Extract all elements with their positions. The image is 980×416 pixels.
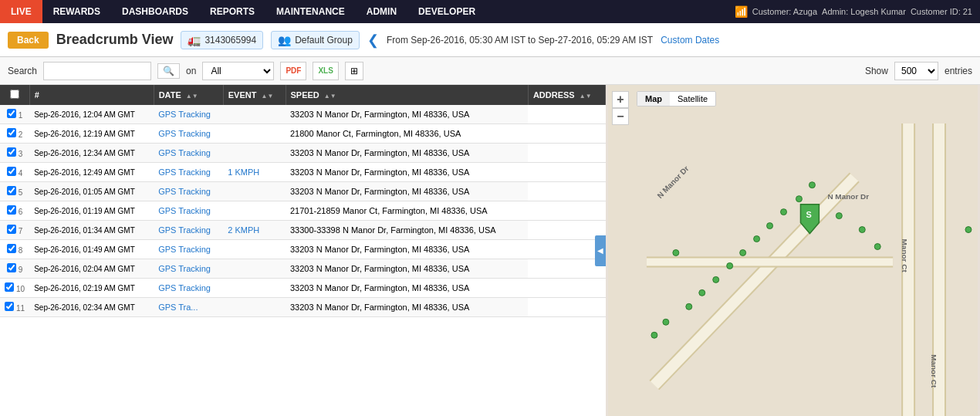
svg-point-22 (686, 303, 692, 309)
row-event: GPS Tracking (154, 182, 223, 201)
entries-label: entries (945, 66, 972, 76)
row-number: 9 (19, 265, 23, 274)
map-type-satellite[interactable]: Satellite (670, 92, 715, 106)
row-date: Sep-26-2016, 01:19 AM GMT (29, 201, 154, 221)
row-checkbox[interactable] (7, 128, 16, 137)
zoom-in-button[interactable]: + (612, 91, 629, 108)
admin-name: Admin: Logesh Kumar (822, 7, 906, 16)
row-checkbox[interactable] (7, 147, 16, 157)
map-svg: N Manor Dr N Manor Dr Manor Ct Manor Ct (606, 85, 980, 416)
on-select[interactable]: All DATE EVENT SPEED ADDRESS (202, 62, 274, 80)
row-checkbox[interactable] (7, 225, 16, 234)
row-date: Sep-26-2016, 12:04 AM GMT (29, 105, 154, 124)
header-date-col[interactable]: DATE ▲▼ (154, 85, 223, 105)
table-row: 9 Sep-26-2016, 02:04 AM GMT GPS Tracking… (0, 259, 606, 279)
row-checkbox[interactable] (7, 244, 16, 253)
svg-point-15 (781, 209, 787, 215)
row-checkbox[interactable] (5, 302, 14, 311)
group-info: 👥 Default Group (271, 31, 360, 49)
row-date: Sep-26-2016, 12:34 AM GMT (29, 144, 154, 163)
nav-rewards[interactable]: REWARDS (42, 0, 111, 23)
nav-live[interactable]: LIVE (0, 0, 42, 23)
nav-developer[interactable]: DEVELOPER (407, 0, 486, 23)
svg-point-18 (740, 250, 746, 256)
row-checkbox-cell: 9 (0, 259, 29, 279)
search-input[interactable] (43, 62, 151, 80)
row-event: GPS Tracking (154, 105, 223, 124)
date-nav-left[interactable]: ❮ (367, 32, 379, 49)
svg-point-26 (663, 319, 669, 325)
row-event: GPS Tra... (154, 298, 223, 317)
search-button[interactable]: 🔍 (157, 63, 180, 79)
nav-maintenance[interactable]: MAINTENANCE (265, 0, 356, 23)
show-label: Show (865, 66, 888, 76)
nav-admin[interactable]: ADMIN (356, 0, 407, 23)
table-row: 5 Sep-26-2016, 01:05 AM GMT GPS Tracking… (0, 182, 606, 201)
row-number: 2 (19, 130, 23, 139)
row-checkbox-cell: 7 (0, 221, 29, 240)
row-address: 33203 N Manor Dr, Farmington, MI 48336, … (286, 240, 528, 259)
row-checkbox[interactable] (7, 263, 16, 272)
xls-icon: XLS (318, 66, 333, 75)
date-sort-icon: ▲▼ (186, 93, 198, 100)
row-checkbox[interactable] (7, 186, 16, 195)
collapse-panel-button[interactable]: ◀ (595, 235, 606, 266)
row-event: GPS Tracking (154, 221, 223, 240)
xls-export-button[interactable]: XLS (313, 62, 338, 80)
svg-point-24 (836, 213, 842, 219)
row-speed (223, 182, 286, 201)
row-date: Sep-26-2016, 01:05 AM GMT (29, 182, 154, 201)
row-address: 33300-33398 N Manor Dr, Farmington, MI 4… (286, 221, 528, 240)
row-address: 33203 N Manor Dr, Farmington, MI 48336, … (286, 182, 528, 201)
row-address: 33203 N Manor Dr, Farmington, MI 48336, … (286, 259, 528, 279)
row-speed (223, 240, 286, 259)
header-event-col[interactable]: EVENT ▲▼ (223, 85, 286, 105)
page-title: Breadcrumb View (56, 32, 174, 48)
show-count-select[interactable]: 500 100 250 1000 (894, 62, 938, 80)
column-chooser-button[interactable]: ⊞ (345, 62, 363, 80)
svg-point-25 (859, 227, 865, 233)
map-type-map[interactable]: Map (637, 92, 670, 106)
row-address: 21800 Manor Ct, Farmington, MI 48336, US… (286, 124, 528, 144)
nav-reports[interactable]: REPORTS (199, 0, 265, 23)
nav-dashboards[interactable]: DASHBOARDS (111, 0, 199, 23)
row-speed (223, 279, 286, 298)
row-checkbox-cell: 11 (0, 298, 29, 317)
pdf-export-button[interactable]: PDF (280, 62, 306, 80)
data-table: # DATE ▲▼ EVENT ▲▼ SPEED ▲▼ ADDRESS ▲▼ 1… (0, 85, 606, 317)
row-checkbox[interactable] (7, 205, 16, 215)
column-icon: ⊞ (350, 66, 358, 76)
svg-point-29 (965, 227, 972, 233)
table-row: 10 Sep-26-2016, 02:19 AM GMT GPS Trackin… (0, 279, 606, 298)
back-button[interactable]: Back (8, 32, 49, 49)
header-speed-col[interactable]: SPEED ▲▼ (286, 85, 528, 105)
svg-point-14 (796, 196, 802, 202)
svg-text:S: S (806, 210, 811, 219)
custom-dates-link[interactable]: Custom Dates (661, 35, 719, 46)
group-icon: 👥 (278, 34, 291, 46)
row-address: 21701-21859 Manor Ct, Farmington, MI 483… (286, 201, 528, 221)
row-event: GPS Tracking (154, 163, 223, 182)
row-checkbox[interactable] (5, 282, 14, 292)
row-checkbox[interactable] (7, 109, 16, 118)
header-bar: Back Breadcrumb View 🚛 3143065994 👥 Defa… (0, 23, 980, 57)
row-checkbox[interactable] (7, 167, 16, 176)
customer-name: Customer: Azuga (752, 7, 817, 16)
svg-point-28 (651, 332, 657, 338)
header-address-col[interactable]: ADDRESS ▲▼ (528, 85, 605, 105)
row-date: Sep-26-2016, 02:19 AM GMT (29, 279, 154, 298)
row-date: Sep-26-2016, 01:49 AM GMT (29, 240, 154, 259)
select-all-checkbox[interactable] (10, 90, 19, 99)
row-speed (223, 105, 286, 124)
row-number: 10 (16, 285, 25, 293)
row-number: 8 (19, 246, 23, 255)
row-date: Sep-26-2016, 12:19 AM GMT (29, 124, 154, 144)
row-event: GPS Tracking (154, 124, 223, 144)
svg-text:N Manor Dr: N Manor Dr (827, 192, 869, 201)
map-type-buttons: Map Satellite (637, 91, 716, 107)
svg-point-27 (874, 244, 880, 250)
row-date: Sep-26-2016, 01:34 AM GMT (29, 221, 154, 240)
vehicle-icon: 🚛 (188, 34, 201, 46)
vehicle-info: 🚛 3143065994 (181, 31, 263, 49)
zoom-out-button[interactable]: − (612, 108, 629, 125)
